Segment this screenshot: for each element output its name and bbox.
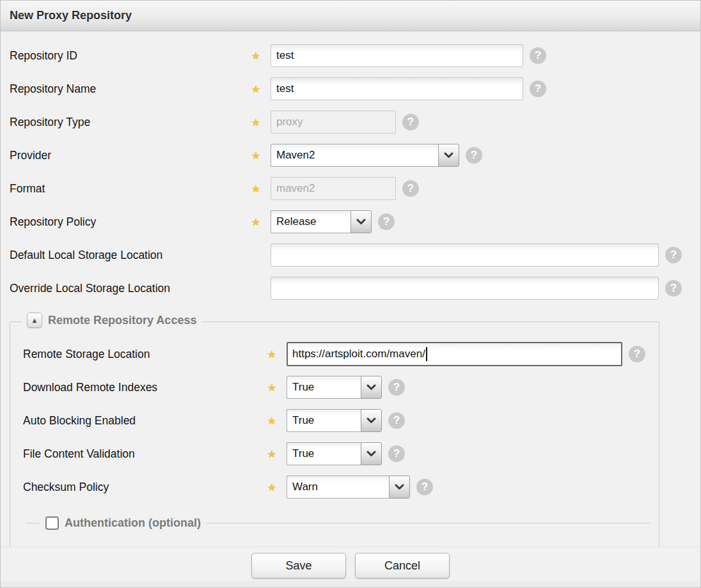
legend-divider [207,523,650,523]
cancel-button[interactable]: Cancel [355,553,450,578]
repository-id-input[interactable] [271,44,523,67]
new-proxy-repository-window: New Proxy Repository Repository ID ★ ? R… [0,0,701,588]
default-local-storage-label: Default Local Storage Location [10,249,250,262]
authentication-checkbox[interactable] [45,516,59,530]
format-input [271,177,396,200]
provider-label: Provider [10,149,250,162]
form-row-override-local-storage: Override Local Storage Location ★ ? [1,272,700,305]
repository-name-label: Repository Name [10,82,250,96]
authentication-section-title: Authentication (optional) [65,516,201,530]
checksum-policy-select[interactable] [287,476,410,499]
dropdown-trigger-button[interactable] [361,376,382,399]
required-star-icon: ★ [266,481,278,493]
form-row-repository-policy: Repository Policy ★ ? [1,205,700,238]
dropdown-trigger-button[interactable] [361,409,382,432]
repository-policy-select[interactable] [271,210,372,233]
form-row-checksum-policy: Checksum Policy ★ ? [10,470,659,504]
auto-blocking-enabled-select[interactable] [287,409,382,432]
provider-select-value[interactable] [271,144,438,167]
repository-type-label: Repository Type [10,116,250,129]
required-star-icon: ★ [266,348,278,360]
chevron-down-icon [366,384,376,391]
auto-blocking-enabled-value[interactable] [287,409,361,432]
required-star-icon: ★ [250,150,262,162]
help-icon[interactable]: ? [388,445,405,462]
form-row-format: Format ★ ? [1,172,700,205]
text-cursor [426,347,427,361]
format-label: Format [10,182,250,196]
repository-policy-select-value[interactable] [271,210,350,233]
form-row-repository-type: Repository Type ★ ? [1,105,700,139]
default-local-storage-input[interactable] [271,244,659,267]
form-row-repository-name: Repository Name ★ ? [1,72,700,105]
remote-storage-location-input[interactable]: https://artsploit.com/maven/ [287,342,622,366]
window-titlebar: New Proxy Repository [1,1,700,31]
form-row-repository-id: Repository ID ★ ? [1,39,700,72]
footer-strip [1,581,700,587]
help-icon[interactable]: ? [388,412,405,429]
save-button[interactable]: Save [251,553,346,578]
remote-repository-access-title: Remote Repository Access [48,314,196,327]
required-star-icon: ★ [250,83,262,95]
help-icon[interactable]: ? [530,81,546,97]
form-row-provider: Provider ★ ? [1,139,700,172]
required-star-icon: ★ [266,382,278,394]
required-star-icon: ★ [250,216,262,228]
page-title: New Proxy Repository [10,9,132,22]
help-icon[interactable]: ? [629,346,645,362]
form-row-download-remote-indexes: Download Remote Indexes ★ ? [10,371,659,404]
help-icon[interactable]: ? [665,247,682,263]
required-star-icon: ★ [250,50,262,62]
download-remote-indexes-value[interactable] [287,376,361,399]
checksum-policy-value[interactable] [287,476,389,499]
help-icon[interactable]: ? [665,280,682,297]
dropdown-trigger-button[interactable] [438,144,459,167]
override-local-storage-input[interactable] [271,277,659,300]
file-content-validation-label: File Content Validation [23,447,266,461]
remote-repository-access-legend: ▲ Remote Repository Access [22,313,201,328]
remote-storage-location-value: https://artsploit.com/maven/ [292,348,425,360]
button-bar: Save Cancel [1,546,700,581]
authentication-section-legend: Authentication (optional) [10,513,659,533]
form-row-file-content-validation: File Content Validation ★ ? [10,437,659,470]
override-local-storage-label: Override Local Storage Location [10,282,250,295]
form-row-auto-blocking-enabled: Auto Blocking Enabled ★ ? [10,404,659,437]
required-star-icon: ★ [266,415,278,427]
remote-repository-access-section: ▲ Remote Repository Access Remote Storag… [10,321,659,548]
dropdown-trigger-button[interactable] [350,210,372,233]
dropdown-trigger-button[interactable] [361,442,382,465]
help-icon[interactable]: ? [388,379,405,396]
form-row-remote-storage-location: Remote Storage Location ★ https://artspl… [10,337,659,371]
repository-name-input[interactable] [271,77,523,100]
required-star-icon: ★ [266,448,278,460]
chevron-down-icon [444,152,453,159]
help-icon[interactable]: ? [402,114,419,130]
help-icon[interactable]: ? [466,147,482,164]
help-icon[interactable]: ? [378,213,395,230]
remote-storage-location-label: Remote Storage Location [23,348,266,361]
provider-select[interactable] [271,144,459,167]
required-star-icon: ★ [250,183,262,195]
collapse-section-button[interactable]: ▲ [27,313,42,328]
repository-type-input [271,111,396,134]
dropdown-trigger-button[interactable] [389,476,410,499]
download-remote-indexes-select[interactable] [287,376,382,399]
help-icon[interactable]: ? [416,479,433,495]
repository-id-label: Repository ID [10,49,250,63]
file-content-validation-select[interactable] [287,442,382,465]
collapse-arrow-icon: ▲ [31,316,38,324]
chevron-down-icon [395,484,404,490]
required-star-icon: ★ [250,116,262,128]
legend-divider [26,523,40,523]
checksum-policy-label: Checksum Policy [23,481,266,494]
help-icon[interactable]: ? [530,47,546,64]
help-icon[interactable]: ? [402,180,419,197]
file-content-validation-value[interactable] [287,442,361,465]
form-panel: Repository ID ★ ? Repository Name ★ ? Re… [1,31,700,548]
form-row-default-local-storage: Default Local Storage Location ★ ? [1,238,700,272]
chevron-down-icon [366,451,376,457]
chevron-down-icon [356,219,366,225]
chevron-down-icon [366,417,376,424]
download-remote-indexes-label: Download Remote Indexes [23,381,266,394]
auto-blocking-enabled-label: Auto Blocking Enabled [23,414,266,428]
